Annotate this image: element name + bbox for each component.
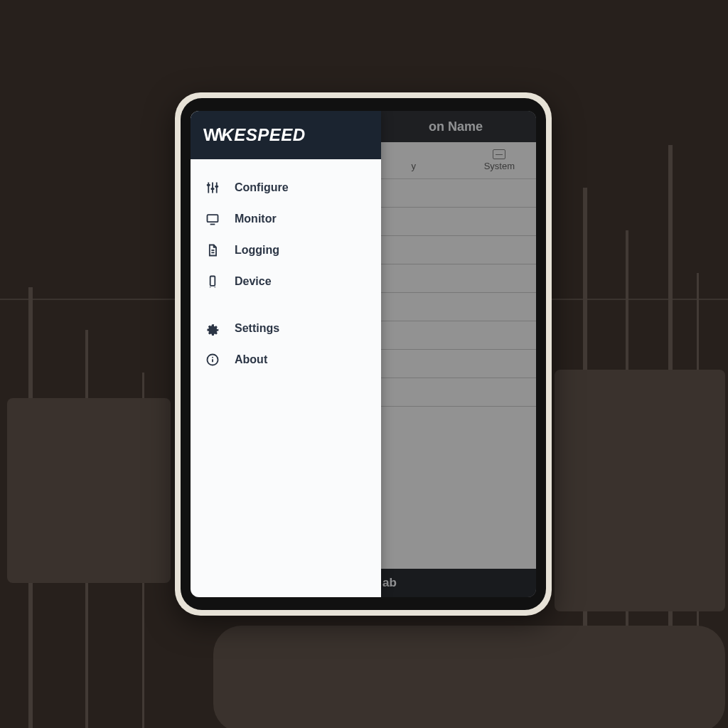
menu-label: Settings bbox=[235, 322, 279, 335]
menu-item-logging[interactable]: Logging bbox=[191, 235, 381, 266]
menu-item-configure[interactable]: Configure bbox=[191, 172, 381, 203]
drawer-menu: Configure Monitor Logging bbox=[191, 159, 381, 388]
device-icon bbox=[205, 274, 220, 289]
info-icon bbox=[205, 352, 220, 368]
svg-point-15 bbox=[212, 357, 213, 358]
tablet-frame: on Name y System bbox=[175, 92, 552, 616]
screen: on Name y System bbox=[191, 111, 536, 597]
menu-label: Device bbox=[235, 275, 272, 288]
menu-label: Monitor bbox=[235, 213, 277, 225]
sliders-icon bbox=[205, 180, 220, 196]
file-icon bbox=[205, 242, 220, 258]
drawer-header: W\WAKESPEEDKESPEED bbox=[191, 111, 381, 159]
menu-label: Configure bbox=[235, 181, 289, 194]
svg-rect-6 bbox=[208, 215, 218, 222]
svg-rect-2 bbox=[216, 183, 218, 193]
monitor-icon bbox=[205, 211, 220, 227]
menu-label: About bbox=[235, 353, 267, 366]
gear-icon bbox=[205, 321, 220, 336]
svg-rect-0 bbox=[208, 183, 209, 193]
svg-rect-10 bbox=[210, 277, 215, 286]
menu-item-device[interactable]: Device bbox=[191, 266, 381, 297]
brand-logo: W\WAKESPEEDKESPEED bbox=[203, 125, 306, 145]
menu-item-monitor[interactable]: Monitor bbox=[191, 203, 381, 235]
menu-label: Logging bbox=[235, 244, 279, 257]
navigation-drawer: W\WAKESPEEDKESPEED Configure M bbox=[191, 111, 381, 597]
menu-item-about[interactable]: About bbox=[191, 344, 381, 375]
menu-item-settings[interactable]: Settings bbox=[191, 313, 381, 344]
svg-rect-3 bbox=[207, 184, 210, 186]
svg-rect-4 bbox=[211, 188, 215, 190]
svg-rect-5 bbox=[215, 186, 218, 188]
svg-rect-1 bbox=[212, 183, 213, 193]
